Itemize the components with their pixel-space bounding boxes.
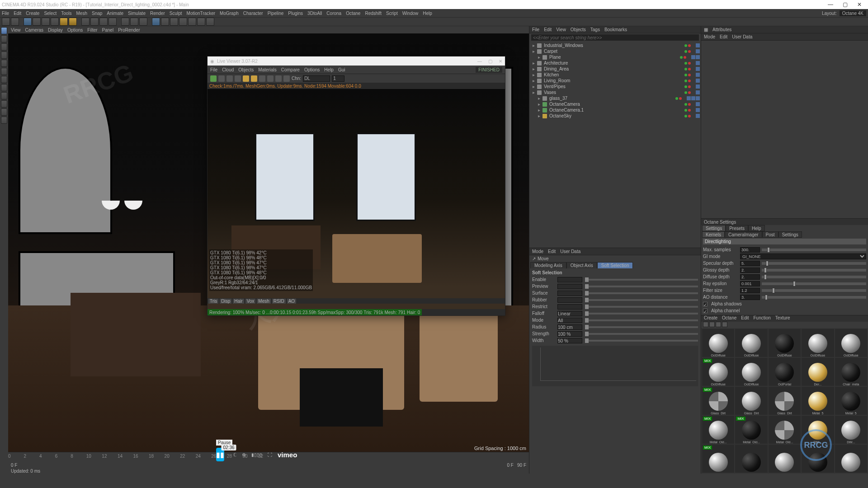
menu-simulate[interactable]: Simulate (128, 11, 146, 16)
menu-help[interactable]: Help (423, 11, 432, 16)
toolbar-undo[interactable] (2, 18, 10, 26)
param-value[interactable]: 300. (740, 247, 760, 253)
object-row[interactable]: ▸Industrial_Windows (529, 42, 701, 48)
material-cell[interactable]: MIXMetal_Old... (702, 416, 734, 444)
object-name[interactable]: Plane (548, 55, 679, 60)
object-row[interactable]: ▸Vases (529, 89, 701, 95)
obj-menu-bookmarks[interactable]: Bookmarks (604, 27, 627, 32)
param-value[interactable]: 2. (740, 274, 760, 280)
lv-menu-options[interactable]: Options (304, 67, 320, 72)
range-cur[interactable]: 0 F (507, 463, 514, 468)
material-cell[interactable]: MIXMetal_Old... (735, 416, 767, 444)
tool-knife[interactable] (1, 92, 7, 99)
object-tag[interactable] (696, 43, 700, 47)
timeline[interactable]: 02468101214161820222426283032 (8, 452, 529, 462)
param-field[interactable] (557, 304, 582, 310)
material-cell[interactable]: MIXOctDiffuse (702, 358, 734, 386)
lv-minimize[interactable]: — (477, 59, 482, 64)
lv-close[interactable]: ✕ (499, 59, 502, 64)
window-minimize[interactable]: — (824, 0, 837, 9)
mat-tool-4[interactable] (722, 322, 727, 327)
lv-region-icon[interactable] (267, 75, 274, 82)
mat-menu[interactable]: Function (754, 315, 771, 322)
material-cell[interactable]: OctDiffuse (735, 329, 767, 357)
expand-icon[interactable]: ▸ (537, 96, 541, 101)
visibility-editor-dot[interactable] (684, 91, 687, 94)
menu-corona[interactable]: Corona (326, 11, 341, 16)
toolbar-y-axis[interactable] (90, 18, 99, 26)
mode-poly[interactable] (1, 68, 7, 75)
param-value[interactable]: 5. (740, 261, 760, 266)
param-value[interactable]: 1.2 (740, 288, 760, 293)
object-name[interactable]: Vases (543, 90, 683, 95)
visibility-editor-dot[interactable] (684, 74, 687, 76)
object-tag[interactable] (696, 67, 700, 71)
visibility-render-dot[interactable] (688, 68, 691, 70)
param-slider[interactable] (585, 326, 698, 328)
lv-menu-materials[interactable]: Materials (258, 67, 277, 72)
visibility-render-dot[interactable] (688, 80, 691, 82)
object-name[interactable]: Vent/Pipes (543, 84, 683, 89)
material-cell[interactable]: Metal_5 (802, 387, 834, 415)
expand-icon[interactable]: ▸ (531, 72, 536, 77)
mat-menu[interactable]: Texture (775, 315, 790, 322)
object-tag[interactable] (696, 108, 700, 112)
lv-chn-num[interactable] (332, 75, 344, 82)
lv-reload-icon[interactable] (218, 75, 225, 82)
object-tag[interactable] (696, 61, 700, 65)
toolbar-recent[interactable] (60, 18, 68, 26)
attr-menu[interactable]: Mode (704, 34, 715, 39)
octane-subtab[interactable]: Settings (778, 231, 802, 238)
param-slider[interactable] (585, 279, 698, 281)
visibility-render-dot[interactable] (688, 103, 691, 106)
expand-icon[interactable]: ▸ (531, 90, 536, 95)
lv-tab-hair[interactable]: Hair (233, 299, 244, 304)
lv-menu-help[interactable]: Help (324, 67, 334, 72)
object-name[interactable]: Kitchen (543, 72, 683, 77)
vp-menu-filter[interactable]: Filter (87, 28, 97, 33)
lv-settings-icon[interactable] (243, 75, 249, 82)
material-cell[interactable]: Glass_Dirt (735, 387, 767, 415)
menu-3dtoall[interactable]: 3DtoAll (307, 11, 322, 16)
menu-snap[interactable]: Snap (92, 11, 102, 16)
object-search[interactable]: <<Enter your search string here>> (531, 34, 699, 41)
expand-icon[interactable]: ▸ (531, 61, 536, 66)
visibility-render-dot[interactable] (688, 50, 691, 53)
material-cell[interactable]: OctDiffuse (735, 358, 767, 386)
obj-menu-edit[interactable]: Edit (544, 27, 552, 32)
mode-texture[interactable] (1, 43, 7, 51)
expand-icon[interactable]: ▸ (531, 84, 536, 89)
falloff-graph[interactable] (532, 346, 698, 386)
param-field[interactable]: 50 % (557, 338, 582, 343)
expand-icon[interactable]: ▸ (537, 108, 541, 113)
object-tag[interactable] (687, 96, 691, 100)
visibility-editor-dot[interactable] (684, 115, 687, 117)
visibility-editor-dot[interactable] (684, 80, 687, 82)
octane-subtab[interactable]: CameraImager (725, 231, 762, 238)
param-field[interactable]: Linear (557, 311, 582, 316)
material-cell[interactable] (735, 445, 767, 473)
toolbar-camera[interactable] (197, 18, 205, 26)
visibility-render-dot[interactable] (684, 56, 686, 59)
param-field[interactable] (557, 297, 582, 303)
toolbar-render-settings[interactable] (139, 18, 147, 26)
material-cell[interactable]: Der... (802, 358, 834, 386)
mat-tool-1[interactable] (703, 322, 708, 327)
material-cell[interactable]: Metal_5 (835, 387, 867, 415)
menu-script[interactable]: Script (386, 11, 398, 16)
visibility-editor-dot[interactable] (684, 44, 687, 47)
menu-render[interactable]: Render (150, 11, 165, 16)
octane-tab[interactable]: Presets (726, 225, 748, 231)
material-cell[interactable] (769, 445, 801, 473)
layout-value[interactable]: Octane 4K (840, 10, 866, 16)
menu-select[interactable]: Select (44, 11, 57, 16)
viewport[interactable]: ViewCamerasDisplayOptionsFilterPanelProR… (8, 26, 529, 474)
lv-render-area[interactable]: GTX 1080 Ti(6.1) 98% 42°CGTX 1080 Ti(6.1… (208, 89, 505, 309)
object-name[interactable]: Dining_Area (543, 66, 683, 71)
expand-icon[interactable]: ▸ (531, 78, 536, 83)
mat-menu[interactable]: Octane (722, 315, 736, 322)
visibility-render-dot[interactable] (688, 91, 691, 94)
obj-menu-tags[interactable]: Tags (590, 27, 600, 32)
menu-sculpt[interactable]: Sculpt (170, 11, 182, 16)
visibility-editor-dot[interactable] (684, 50, 687, 53)
